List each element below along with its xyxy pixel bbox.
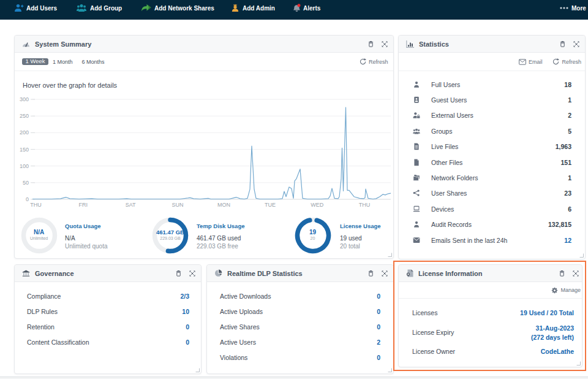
svg-text:300: 300 (20, 96, 29, 102)
svg-text:200: 200 (20, 129, 29, 136)
svg-text:250: 250 (20, 113, 29, 119)
svg-text:TUE: TUE (265, 202, 276, 208)
svg-text:100: 100 (20, 163, 29, 169)
svg-text:FRI: FRI (79, 202, 88, 208)
svg-text:MON: MON (217, 202, 230, 208)
svg-text:THU: THU (359, 202, 371, 208)
svg-text:0: 0 (26, 196, 29, 202)
svg-text:SUN: SUN (172, 202, 183, 208)
svg-text:WED: WED (311, 202, 323, 208)
svg-text:50: 50 (23, 180, 29, 186)
svg-text:150: 150 (20, 147, 29, 153)
svg-text:THU: THU (30, 202, 42, 208)
svg-text:SAT: SAT (126, 202, 136, 208)
